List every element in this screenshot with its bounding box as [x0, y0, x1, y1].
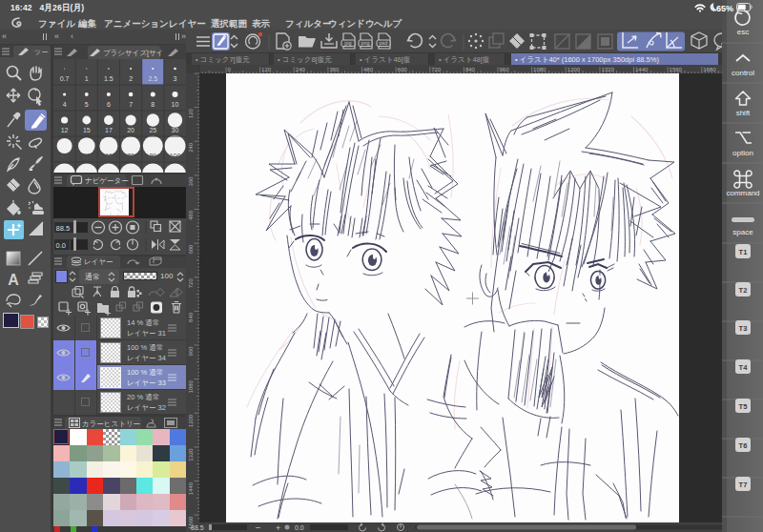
svg-text:0.0: 0.0 [56, 241, 66, 250]
svg-text:command: command [726, 189, 759, 197]
svg-text:2.5: 2.5 [148, 75, 157, 82]
svg-text:T7: T7 [739, 481, 748, 489]
svg-text:960: 960 [188, 346, 194, 357]
svg-text:720: 720 [431, 67, 442, 72]
svg-text:1440: 1440 [188, 481, 194, 495]
svg-text:+: + [276, 523, 280, 532]
svg-text:25: 25 [149, 127, 156, 133]
svg-text:360: 360 [329, 67, 340, 72]
svg-text:T1: T1 [739, 248, 748, 256]
svg-text:1560: 1560 [670, 67, 683, 72]
svg-text:720: 720 [188, 278, 194, 289]
svg-text:12: 12 [61, 127, 69, 133]
svg-text:3: 3 [174, 75, 177, 82]
svg-text:1320: 1320 [601, 67, 614, 72]
svg-text:1320: 1320 [188, 448, 194, 461]
svg-text:1200: 1200 [188, 414, 194, 427]
svg-text:5: 5 [85, 101, 89, 108]
svg-text:50: 50 [83, 153, 91, 159]
svg-text:T6: T6 [739, 441, 748, 450]
svg-text:1.5: 1.5 [104, 75, 113, 82]
svg-text:1440: 1440 [635, 67, 649, 72]
svg-text:jpg: jpg [343, 40, 351, 46]
svg-text:17: 17 [105, 127, 113, 133]
svg-text:shift: shift [736, 109, 751, 117]
svg-text:png: png [361, 40, 369, 46]
svg-text:840: 840 [188, 312, 194, 322]
svg-text:840: 840 [465, 67, 476, 72]
svg-text:480: 480 [188, 210, 194, 220]
svg-text:1: 1 [85, 75, 89, 82]
svg-text:60: 60 [105, 153, 113, 159]
svg-text:1680: 1680 [703, 67, 716, 72]
svg-text:30: 30 [172, 127, 179, 133]
svg-text:480: 480 [363, 67, 374, 72]
svg-text:88.5: 88.5 [191, 524, 204, 531]
svg-text:space: space [732, 228, 753, 236]
svg-text:–: – [256, 522, 260, 532]
svg-text:psd: psd [380, 40, 388, 46]
svg-text:360: 360 [188, 176, 194, 187]
svg-text:1200: 1200 [567, 67, 581, 72]
svg-text:240: 240 [296, 67, 306, 72]
svg-text:120: 120 [261, 67, 272, 72]
svg-text:15: 15 [83, 127, 91, 133]
svg-text:1080: 1080 [533, 67, 546, 72]
svg-text:600: 600 [398, 67, 408, 72]
svg-text:T4: T4 [739, 363, 749, 372]
svg-text:7: 7 [129, 101, 133, 108]
svg-text:88.5: 88.5 [56, 224, 71, 233]
svg-text:10: 10 [172, 101, 179, 108]
svg-text:option: option [732, 149, 753, 157]
svg-text:960: 960 [500, 67, 510, 72]
svg-text:A: A [8, 272, 19, 288]
svg-text:T5: T5 [739, 402, 748, 411]
svg-text:120: 120 [188, 108, 194, 118]
svg-text:80: 80 [149, 153, 156, 159]
svg-text:8: 8 [151, 101, 155, 108]
svg-text:2: 2 [129, 75, 133, 82]
svg-text:0: 0 [228, 67, 232, 72]
svg-text:0.7: 0.7 [60, 75, 70, 82]
svg-text:1080: 1080 [188, 379, 194, 393]
svg-text:20: 20 [127, 127, 134, 133]
svg-text:T2: T2 [739, 286, 748, 295]
svg-text:100: 100 [170, 153, 181, 159]
svg-text:0.0: 0.0 [295, 524, 304, 531]
svg-text:600: 600 [188, 244, 194, 255]
svg-text:240: 240 [188, 142, 194, 153]
svg-text:T3: T3 [739, 324, 748, 333]
svg-text:esc: esc [737, 28, 749, 36]
svg-text:65%: 65% [716, 4, 733, 13]
svg-text:4: 4 [63, 101, 67, 108]
svg-text:control: control [732, 69, 754, 77]
svg-text:70: 70 [127, 153, 134, 159]
svg-text:40: 40 [61, 153, 69, 159]
svg-text:6: 6 [107, 101, 111, 108]
